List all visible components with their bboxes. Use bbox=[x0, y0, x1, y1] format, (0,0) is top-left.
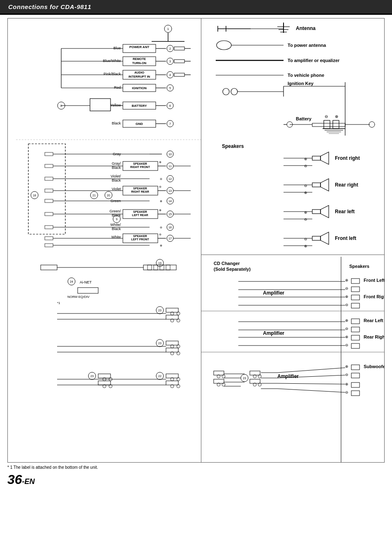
page-number: 36-EN bbox=[7, 472, 385, 487]
svg-marker-265 bbox=[321, 205, 329, 218]
svg-text:Amplifier: Amplifier bbox=[263, 330, 284, 336]
svg-rect-266 bbox=[312, 210, 321, 214]
svg-rect-141 bbox=[45, 212, 53, 216]
svg-marker-272 bbox=[321, 232, 329, 244]
svg-text:⊕: ⊕ bbox=[159, 209, 161, 212]
svg-text:SPEAKER: SPEAKER bbox=[133, 187, 147, 190]
svg-line-349 bbox=[277, 383, 345, 384]
svg-rect-292 bbox=[351, 303, 360, 308]
svg-text:⊖: ⊖ bbox=[304, 217, 307, 221]
svg-rect-207 bbox=[98, 381, 111, 385]
svg-rect-143 bbox=[45, 226, 53, 229]
svg-text:23: 23 bbox=[243, 377, 246, 380]
svg-text:5: 5 bbox=[169, 87, 171, 90]
svg-text:AUDIO: AUDIO bbox=[134, 71, 144, 74]
svg-text:11: 11 bbox=[168, 165, 172, 168]
svg-rect-237 bbox=[333, 120, 339, 129]
diagram-container: 1 Blue POWER ANT 2 Blue/White REMOTE TUR… bbox=[7, 18, 385, 463]
svg-marker-258 bbox=[321, 179, 329, 191]
page-header: Connections for CDA-9811 bbox=[0, 0, 392, 15]
svg-text:To vehicle phone: To vehicle phone bbox=[288, 73, 324, 78]
svg-rect-47 bbox=[90, 99, 111, 111]
svg-text:21: 21 bbox=[92, 194, 96, 197]
svg-text:Black: Black bbox=[112, 121, 121, 125]
svg-rect-137 bbox=[45, 189, 53, 192]
svg-text:Ai-NET: Ai-NET bbox=[80, 280, 92, 284]
svg-text:Pink/Black: Pink/Black bbox=[104, 72, 121, 76]
svg-rect-139 bbox=[45, 199, 53, 203]
svg-text:RIGHT REAR: RIGHT REAR bbox=[131, 190, 149, 193]
svg-rect-319 bbox=[351, 373, 360, 378]
svg-rect-10 bbox=[174, 47, 184, 50]
svg-text:⊕: ⊕ bbox=[345, 318, 348, 323]
svg-text:Front left: Front left bbox=[335, 235, 356, 241]
svg-text:16: 16 bbox=[168, 226, 172, 229]
svg-rect-337 bbox=[214, 371, 224, 375]
svg-rect-236 bbox=[324, 120, 330, 129]
svg-text:9: 9 bbox=[116, 218, 118, 221]
svg-text:23: 23 bbox=[158, 309, 161, 312]
svg-text:Violet/: Violet/ bbox=[111, 174, 121, 178]
svg-line-350 bbox=[277, 389, 345, 392]
svg-rect-303 bbox=[351, 327, 360, 332]
svg-rect-174 bbox=[166, 308, 178, 312]
svg-rect-308 bbox=[351, 343, 360, 348]
svg-text:10: 10 bbox=[168, 153, 172, 156]
svg-rect-3 bbox=[152, 41, 184, 42]
svg-text:Yellow: Yellow bbox=[110, 103, 121, 107]
svg-rect-147 bbox=[45, 244, 53, 247]
svg-rect-327 bbox=[250, 371, 260, 375]
svg-text:Rear Left: Rear Left bbox=[364, 318, 383, 323]
svg-text:RIGHT FRONT: RIGHT FRONT bbox=[130, 166, 150, 168]
svg-text:⊕: ⊕ bbox=[335, 114, 338, 119]
svg-text:Blue/White: Blue/White bbox=[103, 59, 121, 63]
svg-text:Gray/: Gray/ bbox=[112, 161, 121, 166]
svg-text:Speakers: Speakers bbox=[222, 143, 244, 149]
svg-text:19: 19 bbox=[158, 262, 161, 265]
footnote: * 1 The label is attached on the bottom … bbox=[7, 465, 385, 470]
svg-point-228 bbox=[231, 88, 238, 95]
svg-text:18: 18 bbox=[33, 194, 36, 197]
svg-rect-238 bbox=[312, 123, 345, 127]
svg-text:⊖: ⊖ bbox=[160, 226, 162, 229]
svg-rect-323 bbox=[351, 391, 360, 396]
svg-text:To power antenna: To power antenna bbox=[288, 43, 326, 48]
svg-text:⊕: ⊕ bbox=[304, 244, 307, 248]
svg-text:⊕: ⊕ bbox=[345, 278, 348, 282]
svg-text:8: 8 bbox=[60, 104, 62, 107]
svg-text:⊖: ⊖ bbox=[345, 343, 348, 347]
svg-text:17: 17 bbox=[168, 237, 172, 240]
svg-text:White/: White/ bbox=[110, 223, 121, 227]
svg-text:⊖: ⊖ bbox=[304, 164, 307, 168]
svg-rect-194 bbox=[166, 374, 178, 378]
svg-rect-145 bbox=[45, 237, 53, 240]
svg-rect-284 bbox=[351, 279, 360, 283]
svg-text:⊖: ⊖ bbox=[345, 327, 348, 331]
svg-text:20: 20 bbox=[107, 194, 110, 197]
svg-text:15: 15 bbox=[168, 213, 172, 216]
svg-rect-300 bbox=[351, 319, 360, 324]
right-wiring-svg: Antenna To power antenna To amplifier or… bbox=[201, 18, 385, 462]
svg-rect-167 bbox=[78, 288, 98, 293]
svg-text:⊖: ⊖ bbox=[304, 184, 307, 188]
svg-text:Blue: Blue bbox=[113, 46, 121, 50]
svg-rect-259 bbox=[312, 183, 321, 187]
svg-point-220 bbox=[217, 41, 231, 50]
svg-text:⊖: ⊖ bbox=[159, 185, 161, 188]
svg-rect-161 bbox=[166, 265, 170, 270]
svg-rect-197 bbox=[166, 381, 178, 385]
svg-marker-251 bbox=[321, 152, 329, 164]
svg-text:12: 12 bbox=[168, 177, 172, 180]
main-content: 1 Blue POWER ANT 2 Blue/White REMOTE TUR… bbox=[0, 15, 392, 491]
svg-text:7: 7 bbox=[169, 122, 171, 125]
svg-rect-131 bbox=[45, 152, 53, 156]
svg-point-247 bbox=[369, 122, 375, 127]
svg-text:Amplifier: Amplifier bbox=[263, 290, 284, 296]
svg-text:CD Changer: CD Changer bbox=[214, 261, 240, 266]
svg-text:TURN-ON: TURN-ON bbox=[132, 61, 147, 65]
svg-text:⊕: ⊕ bbox=[159, 161, 161, 164]
svg-rect-340 bbox=[214, 379, 224, 383]
svg-text:INTERRUPT IN: INTERRUPT IN bbox=[129, 75, 150, 78]
svg-text:SPEAKER: SPEAKER bbox=[133, 162, 147, 165]
right-panel: Antenna To power antenna To amplifier or… bbox=[201, 18, 385, 462]
